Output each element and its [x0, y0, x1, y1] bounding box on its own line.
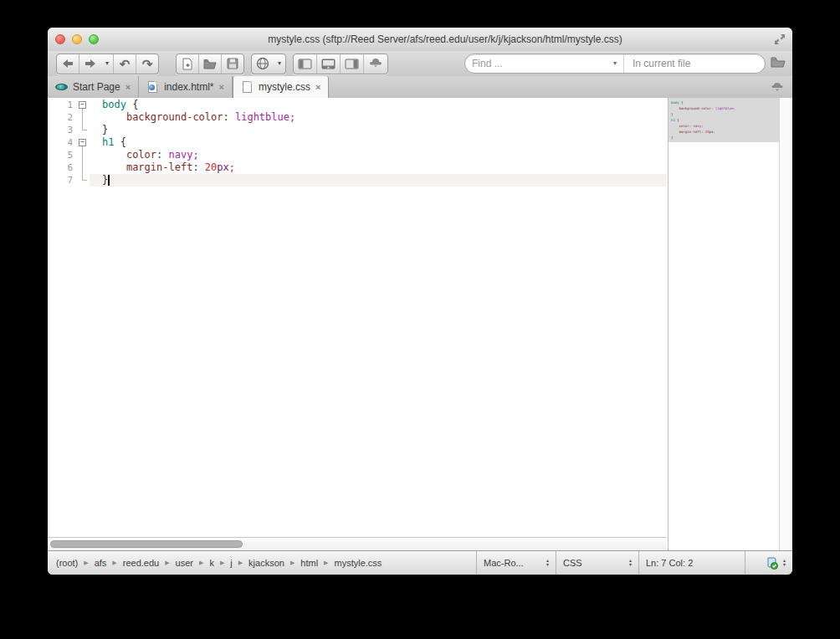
toggle-right-pane-icon[interactable]: [341, 54, 364, 74]
syntax-check-status[interactable]: ▴▾: [745, 551, 792, 575]
close-window-icon[interactable]: [55, 34, 65, 44]
toggle-left-pane-icon[interactable]: [294, 54, 317, 74]
code-text: color: navy;: [102, 149, 199, 161]
html-file-icon: [146, 81, 159, 94]
open-files-icon[interactable]: [771, 56, 786, 71]
status-bar: (root)▶afs▶reed.edu▶user▶k▶j▶kjackson▶ht…: [48, 550, 792, 575]
preview-dropdown-icon[interactable]: ▾: [274, 54, 285, 74]
code-text: body {: [102, 99, 138, 111]
tab-close-icon[interactable]: ×: [219, 82, 224, 92]
code-text: h1 {: [102, 136, 126, 149]
code-line[interactable]: 1−body {: [48, 99, 667, 111]
code-line[interactable]: 7}: [48, 174, 667, 187]
zoom-window-icon[interactable]: [89, 34, 99, 44]
breadcrumb-item[interactable]: (root): [56, 558, 78, 568]
tab-label: index.html*: [164, 81, 213, 93]
horizontal-scrollbar-thumb[interactable]: [50, 540, 243, 548]
line-number: 4: [49, 136, 73, 149]
breadcrumb-separator-icon: ▶: [112, 560, 116, 566]
forward-icon[interactable]: [79, 54, 101, 74]
toolbox-icon[interactable]: [364, 54, 387, 74]
breadcrumb: (root)▶afs▶reed.edu▶user▶k▶j▶kjackson▶ht…: [48, 558, 476, 568]
window-title: mystyle.css (sftp://Reed Server/afs/reed…: [148, 28, 742, 51]
pane-toggle-group: [293, 54, 388, 74]
tab-close-icon[interactable]: ×: [125, 82, 131, 92]
save-icon[interactable]: [222, 54, 243, 74]
fold-toggle-icon[interactable]: −: [76, 136, 90, 149]
fullscreen-icon[interactable]: [774, 33, 786, 45]
tab-label: Start Page: [73, 81, 120, 93]
breadcrumb-separator-icon: ▶: [199, 560, 203, 566]
search-dropdown-icon[interactable]: ▾: [613, 60, 617, 67]
editor-area[interactable]: 1−body {2 background-color: lightblue;3}…: [48, 98, 792, 551]
cursor-position: Ln: 7 Col: 2: [638, 551, 745, 575]
tab-list-icon[interactable]: [762, 76, 792, 98]
open-file-icon[interactable]: [199, 54, 222, 74]
tab-index-html[interactable]: index.html*×: [139, 76, 233, 98]
breadcrumb-item[interactable]: reed.edu: [123, 558, 159, 568]
line-number: 3: [49, 124, 73, 136]
breadcrumb-item[interactable]: kjackson: [248, 558, 284, 568]
redo-icon[interactable]: ↷: [136, 54, 158, 74]
css-file-icon: [241, 81, 254, 94]
undo-icon[interactable]: ↶: [114, 54, 136, 74]
komodo-icon: [55, 81, 68, 94]
tab-bar: Start Page×index.html*×mystyle.css×: [48, 76, 792, 99]
back-icon[interactable]: [57, 54, 79, 74]
breadcrumb-item[interactable]: j: [230, 558, 232, 568]
file-button-group: [176, 54, 244, 74]
language-select[interactable]: CSS ▴▾: [556, 551, 638, 575]
tab-close-icon[interactable]: ×: [315, 82, 320, 92]
code-text: margin-left: 20px;: [102, 161, 235, 174]
toggle-bottom-pane-icon[interactable]: [317, 54, 341, 74]
minimap-code: body { background-color: lightblue;}h1 {…: [671, 100, 735, 141]
tab-start-page[interactable]: Start Page×: [48, 76, 139, 98]
new-file-icon[interactable]: [177, 54, 199, 74]
vertical-scrollbar[interactable]: [779, 98, 792, 551]
code-text: }: [102, 174, 110, 187]
breadcrumb-item[interactable]: user: [176, 558, 193, 568]
syntax-check-ok-icon: [766, 557, 778, 570]
fold-guide: [76, 149, 90, 161]
breadcrumb-item[interactable]: afs: [95, 558, 107, 568]
code-region[interactable]: 1−body {2 background-color: lightblue;3}…: [48, 98, 667, 538]
encoding-value: Mac-Ro...: [484, 558, 524, 568]
tab-mystyle-css[interactable]: mystyle.css×: [233, 76, 329, 99]
code-line[interactable]: 5 color: navy;: [48, 149, 667, 161]
breadcrumb-item[interactable]: k: [209, 558, 214, 568]
minimize-window-icon[interactable]: [72, 34, 82, 44]
code-line[interactable]: 2 background-color: lightblue;: [48, 111, 667, 124]
encoding-stepper-icon[interactable]: ▴▾: [546, 559, 549, 567]
line-number: 5: [49, 149, 73, 161]
code-line[interactable]: 4−h1 {: [48, 136, 667, 149]
status-stepper-icon[interactable]: ▴▾: [783, 559, 786, 567]
breadcrumb-item[interactable]: html: [300, 558, 318, 568]
breadcrumb-separator-icon: ▶: [165, 560, 169, 566]
toolbar: ▾ ↶ ↷ ▾: [48, 51, 792, 77]
search-input[interactable]: Find ... ▾: [465, 54, 623, 73]
code-text: background-color: lightblue;: [102, 111, 295, 124]
app-window: mystyle.css (sftp://Reed Server/afs/reed…: [48, 28, 792, 575]
code-line[interactable]: 3}: [48, 124, 667, 136]
search-placeholder: Find ...: [472, 58, 503, 69]
line-number: 6: [49, 161, 73, 174]
title-bar[interactable]: mystyle.css (sftp://Reed Server/afs/reed…: [48, 28, 792, 52]
breadcrumb-item[interactable]: mystyle.css: [334, 558, 382, 568]
search-scope-value: In current file: [633, 58, 690, 69]
language-stepper-icon[interactable]: ▴▾: [629, 559, 632, 567]
horizontal-scrollbar[interactable]: [48, 537, 667, 551]
encoding-select[interactable]: Mac-Ro... ▴▾: [476, 551, 556, 575]
forward-dropdown-icon[interactable]: ▾: [101, 54, 114, 74]
breadcrumb-separator-icon: ▶: [324, 560, 328, 566]
fold-toggle-icon[interactable]: −: [76, 99, 90, 111]
breadcrumb-separator-icon: ▶: [238, 560, 243, 566]
preview-button-group: ▾: [251, 54, 286, 74]
fold-guide: [76, 124, 90, 136]
nav-button-group: ▾ ↶ ↷: [56, 54, 159, 74]
preview-browser-icon[interactable]: [252, 54, 274, 74]
minimap[interactable]: body { background-color: lightblue;}h1 {…: [668, 98, 780, 551]
text-cursor: [108, 175, 110, 186]
code-line[interactable]: 6 margin-left: 20px;: [48, 161, 667, 174]
search-scope-select[interactable]: In current file: [623, 54, 765, 73]
breadcrumb-separator-icon: ▶: [84, 560, 88, 566]
